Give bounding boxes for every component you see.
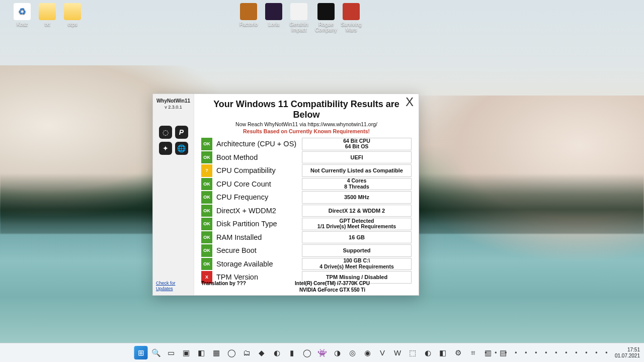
cortana-icon[interactable]: ◯ (225, 346, 238, 359)
requirement-value: DirectX 12 & WDDM 2 (302, 205, 412, 217)
requirement-label: CPU Compatibility (216, 164, 302, 177)
gamepad-icon[interactable]: • (532, 348, 540, 357)
app-name: WhyNotWin11 (156, 98, 190, 104)
alienware-icon[interactable]: 👾 (315, 346, 329, 359)
hardware-summary: Intel(R) Core(TM) i7-3770K CPU NVIDIA Ge… (246, 281, 419, 293)
requirement-value: Supported (302, 244, 412, 257)
requirement-row: ?CPU CompatibilityNot Currently Listed a… (201, 164, 412, 177)
discord-icon[interactable]: ✦ (159, 142, 172, 155)
translation-credit: Translation by ??? (194, 281, 246, 293)
status-badge: OK (201, 218, 212, 230)
app-icon[interactable]: ◯ (300, 346, 314, 359)
task-view-button[interactable]: ▭ (165, 346, 178, 359)
vivaldi-icon[interactable]: V (376, 346, 389, 359)
requirement-row: OKCPU Frequency3500 MHz (201, 191, 412, 204)
desktop-icon-genshin-impact[interactable]: Genshin Impact (285, 3, 313, 33)
circle-icon[interactable]: • (492, 348, 500, 357)
usb-icon[interactable]: • (572, 348, 581, 357)
taskbar-center: ⊞🔍▭▣◧▦◯🗂◆◐▮◯👾◑◎◉VW⬚◐◧⚙⌗▥▤ (134, 346, 510, 359)
app-icon[interactable]: ⚙ (451, 346, 465, 359)
volume-icon[interactable]: • (602, 348, 611, 357)
requirement-label: CPU Core Count (216, 177, 302, 191)
word-icon[interactable]: W (391, 346, 405, 359)
requirement-label: Disk Partition Type (216, 217, 302, 231)
start-button[interactable]: ⊞ (134, 346, 148, 359)
globe-icon[interactable]: 🌐 (175, 142, 188, 155)
requirement-value: 3500 MHz (302, 191, 412, 204)
close-button[interactable]: X (406, 95, 414, 109)
steam-icon[interactable]: • (502, 348, 510, 357)
desktop-icon-otps[interactable]: otps (58, 3, 87, 27)
refresh-icon[interactable]: • (522, 348, 530, 357)
clock-time: 17:51 (615, 347, 640, 353)
requirement-row: OKBoot MethodUEFI (201, 151, 412, 164)
desktop-icon-loria[interactable]: Loria (260, 3, 288, 27)
whynotwin11-window: WhyNotWin11 v 2.3.0.1 ◌ P ✦ 🌐 Check for … (152, 94, 419, 296)
results-title: Your Windows 11 Compatibility Results ar… (201, 99, 412, 120)
app-icon[interactable]: ▦ (210, 346, 223, 359)
project-url[interactable]: https://www.whynotwin11.org/ (308, 121, 377, 127)
requirement-label: DirectX + WDDM2 (216, 204, 302, 218)
requirements-list: OKArchitecture (CPU + OS)64 Bit CPU64 Bi… (201, 137, 412, 284)
requirement-label: Secure Boot (216, 244, 302, 257)
shield-icon[interactable]: • (582, 348, 591, 357)
app-icon[interactable]: ⌗ (466, 346, 480, 359)
status-badge: OK (201, 205, 212, 217)
requirement-value: 16 GB (302, 231, 412, 244)
status-badge: OK (201, 191, 212, 204)
requirement-label: Storage Available (216, 257, 302, 271)
system-tray: ••••••••••••• 17:51 01.07.2021 (481, 347, 640, 358)
app-icon[interactable]: ◧ (195, 346, 208, 359)
check-updates-link[interactable]: Check for Updates (156, 281, 176, 291)
cloud-icon[interactable]: • (512, 348, 520, 357)
sidebar: WhyNotWin11 v 2.3.0.1 ◌ P ✦ 🌐 Check for … (153, 94, 194, 295)
desktop-icon-surviving-mars[interactable]: Surviving Mars (337, 3, 365, 33)
app-icon[interactable]: ▣ (180, 346, 193, 359)
edge-icon[interactable]: ◎ (346, 346, 359, 359)
chrome-icon[interactable]: ◉ (361, 346, 374, 359)
status-badge: ? (201, 164, 212, 177)
clock-date: 01.07.2021 (615, 353, 640, 359)
gpu-name: NVIDIA GeForce GTX 550 Ti (246, 287, 419, 294)
requirement-row: OKStorage Available100 GB C:\4 Drive(s) … (201, 257, 412, 271)
taskbar: ⊞🔍▭▣◧▦◯🗂◆◐▮◯👾◑◎◉VW⬚◐◧⚙⌗▥▤ ••••••••••••• … (0, 343, 644, 362)
requirement-row: OKSecure BootSupported (201, 244, 412, 257)
requirement-value: 4 Cores8 Threads (302, 178, 412, 191)
status-badge: OK (201, 151, 212, 164)
epic-icon[interactable]: ▮ (285, 346, 299, 359)
status-badge: OK (201, 138, 212, 150)
app-icon[interactable]: ◑ (331, 346, 344, 359)
vivaldi-icon[interactable]: • (542, 348, 550, 357)
github-icon[interactable]: ◌ (159, 126, 172, 139)
desktop-icon-txt[interactable]: txt (33, 3, 61, 27)
requirement-label: Architecture (CPU + OS) (216, 137, 302, 151)
wifi-icon[interactable]: • (592, 348, 601, 357)
requirement-row: OKRAM Installed16 GB (201, 231, 412, 244)
paypal-icon[interactable]: P (175, 126, 188, 139)
requirement-row: OKCPU Core Count4 Cores8 Threads (201, 177, 412, 191)
requirement-row: OKArchitecture (CPU + OS)64 Bit CPU64 Bi… (201, 137, 412, 151)
app-icon[interactable]: ◆ (255, 346, 269, 359)
desktop-icon-factorio[interactable]: Factorio (234, 3, 263, 27)
app-icon[interactable]: ◧ (436, 346, 450, 359)
requirement-value: 64 Bit CPU64 Bit OS (302, 138, 412, 150)
clock[interactable]: 17:51 01.07.2021 (615, 347, 640, 358)
requirement-value: UEFI (302, 151, 412, 164)
requirements-warning: Results Based on Currently Known Require… (201, 128, 412, 134)
desktop-icon-kosz[interactable]: ♻Kosz (8, 3, 36, 27)
desktop-icon-rogue-company[interactable]: Rogue Company (312, 3, 340, 33)
cpu-name: Intel(R) Core(TM) i7-3770K CPU (246, 281, 419, 287)
requirement-label: CPU Frequency (216, 191, 302, 204)
history-icon[interactable]: • (481, 348, 490, 357)
requirement-row: OKDirectX + WDDM2DirectX 12 & WDDM 2 (201, 204, 412, 218)
explorer-icon[interactable]: 🗂 (240, 346, 254, 359)
app-icon[interactable]: ⬚ (406, 346, 420, 359)
xbox-icon[interactable]: • (552, 348, 560, 357)
steam-icon[interactable]: ◐ (421, 346, 435, 359)
status-badge: OK (201, 178, 212, 191)
requirement-value: 100 GB C:\4 Drive(s) Meet Requirements (302, 258, 412, 270)
steam-icon[interactable]: ◐ (270, 346, 284, 359)
results-subtitle: Now Reach WhyNotWin11 via https://www.wh… (201, 121, 412, 127)
search-button[interactable]: 🔍 (149, 346, 163, 359)
bluetooth-icon[interactable]: • (562, 348, 571, 357)
